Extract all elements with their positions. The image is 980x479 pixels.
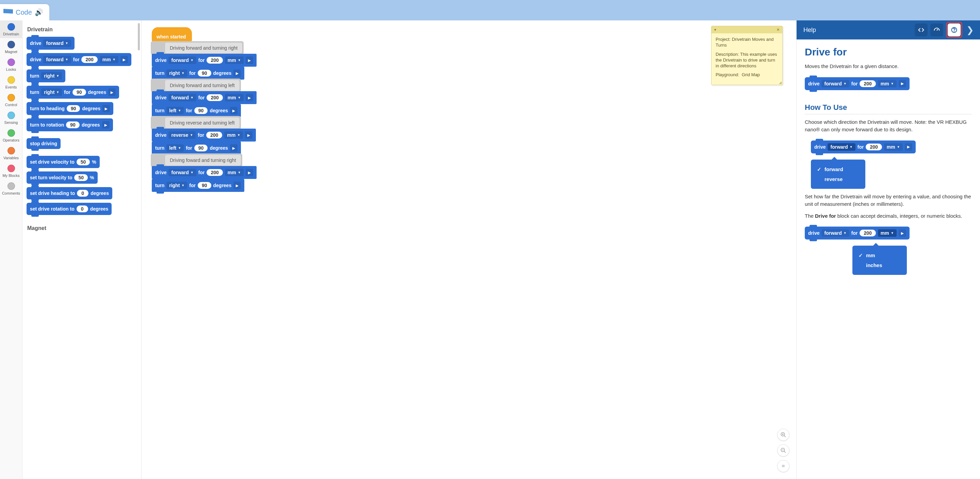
help-subheading: How To Use (805, 103, 972, 114)
help-example-block: drive forward▼ for 200 mm▼ ▶ (805, 77, 910, 90)
block-palette[interactable]: Drivetrain drive forward▼ drive forward▼… (22, 21, 142, 479)
svg-line-1 (784, 436, 786, 437)
ws-block-turn[interactable]: turn right▼ for 90 degrees ▶ (152, 179, 244, 192)
dashboard-button[interactable] (930, 24, 943, 37)
help-collapse-button[interactable]: ❯ (965, 25, 975, 35)
category-operators[interactable]: Operators (0, 127, 22, 144)
category-label: Comments (2, 191, 20, 195)
input-rotation-set[interactable]: 0 (76, 205, 88, 212)
dropdown-option[interactable]: inches (859, 260, 901, 270)
dropdown-option[interactable]: reverse (817, 174, 859, 184)
dropdown-turn-dir[interactable]: right▼ (41, 72, 62, 80)
palette-section-magnet: Magnet (27, 225, 138, 231)
category-dot-icon (8, 76, 15, 84)
note-header[interactable]: ▾ ✕ (711, 26, 782, 33)
dropdown-unit[interactable]: mm▼ (100, 56, 118, 63)
code-tab-label: Code (16, 8, 32, 16)
ws-block-drive[interactable]: drive forward▼ for 200 mm▼ ▶ (152, 54, 256, 67)
help-paragraph: Set how far the Drivetrain will move by … (805, 193, 972, 208)
category-drivetrain[interactable]: Drivetrain (0, 21, 22, 38)
dropdown-turn-dir[interactable]: right▼ (41, 88, 62, 96)
category-looks[interactable]: Looks (0, 56, 22, 73)
zoom-reset-button[interactable]: = (777, 460, 789, 472)
category-label: Drivetrain (3, 32, 19, 36)
zoom-out-button[interactable] (777, 444, 789, 457)
zoom-in-button[interactable] (777, 429, 789, 441)
block-drive-for[interactable]: drive forward▼ for 200 mm▼ ▶ (27, 53, 131, 66)
ws-block-drive[interactable]: drive forward▼ for 200 mm▼ ▶ (152, 91, 256, 104)
svg-point-9 (954, 31, 955, 32)
comment-block[interactable]: Driving foward and turning right (165, 154, 241, 166)
top-bar: Code 🔊 (0, 0, 980, 21)
category-dot-icon (8, 23, 15, 30)
expand-icon[interactable]: ▶ (121, 56, 128, 63)
input-distance[interactable]: 200 (81, 56, 97, 63)
script-stack[interactable]: when started Driving forward and turning… (152, 27, 256, 192)
input-turn-velocity[interactable]: 50 (74, 174, 88, 181)
palette-scrollbar[interactable] (138, 23, 140, 50)
note-resize-handle[interactable] (779, 81, 782, 84)
dropdown-option[interactable]: mm (859, 250, 901, 260)
expand-icon[interactable]: ▶ (102, 105, 110, 112)
category-label: Magnet (5, 50, 18, 54)
note-close-icon[interactable]: ✕ (776, 27, 780, 32)
dropdown-option[interactable]: forward (817, 164, 859, 174)
ws-block-turn[interactable]: turn right▼ for 90 degrees ▶ (152, 67, 244, 80)
comment-block[interactable]: Driving forward and turning right (165, 42, 243, 54)
category-dot-icon (8, 147, 15, 154)
input-rotation[interactable]: 90 (66, 121, 80, 128)
svg-line-7 (937, 29, 938, 30)
category-comments[interactable]: Comments (0, 180, 22, 197)
help-paragraph: Choose which direction the Drivetrain wi… (805, 118, 972, 134)
sticky-note[interactable]: ▾ ✕ Project: Drivetrain Moves and Turns … (711, 26, 783, 85)
block-stop-driving[interactable]: stop driving (27, 138, 60, 149)
expand-icon[interactable]: ▶ (108, 88, 116, 96)
help-title: Help (803, 27, 912, 34)
block-set-drive-velocity[interactable]: set drive velocity to 50 % (27, 156, 100, 168)
ws-block-drive[interactable]: drive forward▼ for 200 mm▼ ▶ (152, 166, 256, 179)
ws-block-drive[interactable]: drive reverse▼ for 200 mm▼ ▶ (152, 129, 256, 142)
comment-block[interactable]: Driving forward and turning left (165, 80, 240, 91)
block-turn[interactable]: turn right▼ (27, 69, 65, 82)
category-dot-icon (8, 129, 15, 137)
category-my-blocks[interactable]: My Blocks (0, 162, 22, 180)
block-turn-to-rotation[interactable]: turn to rotation 90 degrees ▶ (27, 118, 113, 131)
category-control[interactable]: Control (0, 91, 22, 109)
block-set-drive-heading[interactable]: set drive heading to 0 degrees (27, 187, 112, 199)
expand-icon[interactable]: ▶ (102, 121, 110, 129)
code-view-button[interactable] (915, 24, 928, 37)
workspace[interactable]: when started Driving forward and turning… (142, 21, 796, 479)
ws-block-turn[interactable]: turn left▼ for 90 degrees ▶ (152, 104, 241, 117)
hat-when-started[interactable]: when started (152, 27, 192, 42)
zoom-controls: = (777, 429, 789, 472)
note-body: Project: Drivetrain Moves and Turns Desc… (711, 33, 782, 85)
category-variables[interactable]: Variables (0, 144, 22, 162)
help-header: Help ❯ (797, 21, 980, 40)
block-turn-for[interactable]: turn right▼ for 90 degrees ▶ (27, 86, 119, 99)
category-events[interactable]: Events (0, 73, 22, 91)
input-velocity[interactable]: 50 (76, 159, 90, 166)
block-set-turn-velocity[interactable]: set turn velocity to 50 % (27, 172, 98, 184)
block-turn-to-heading[interactable]: turn to heading 90 degrees ▶ (27, 102, 113, 115)
input-heading-set[interactable]: 0 (77, 190, 89, 197)
dropdown-direction[interactable]: forward▼ (43, 56, 71, 63)
dropdown-direction[interactable]: forward▼ (43, 40, 71, 47)
category-label: My Blocks (2, 173, 19, 178)
help-content[interactable]: Drive for Moves the Drivetrain for a giv… (797, 40, 980, 479)
category-label: Events (5, 85, 17, 89)
category-dot-icon (8, 59, 15, 66)
block-set-drive-rotation[interactable]: set drive rotation to 0 degrees (27, 203, 111, 215)
block-drive-forward[interactable]: drive forward▼ (27, 37, 75, 50)
main-area: DrivetrainMagnetLooksEventsControlSensin… (0, 21, 980, 479)
code-tab[interactable]: Code 🔊 (0, 4, 49, 21)
category-sensing[interactable]: Sensing (0, 109, 22, 127)
input-degrees[interactable]: 90 (73, 89, 86, 95)
ws-block-turn[interactable]: turn left▼ for 90 degrees ▶ (152, 142, 241, 154)
svg-line-5 (784, 451, 786, 453)
comment-block[interactable]: Driving reverse and turning left (165, 117, 240, 129)
input-heading[interactable]: 90 (67, 105, 80, 112)
help-button[interactable] (948, 24, 961, 37)
palette-section-drivetrain: Drivetrain (27, 27, 138, 33)
note-collapse-icon[interactable]: ▾ (714, 27, 716, 32)
category-magnet[interactable]: Magnet (0, 38, 22, 56)
